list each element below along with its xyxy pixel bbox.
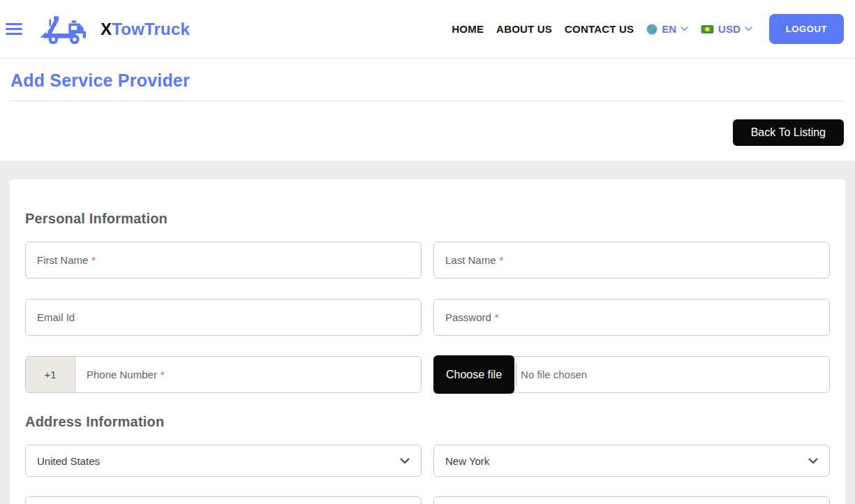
- required-mark: *: [161, 369, 165, 380]
- address-information-heading: Address Information: [25, 415, 830, 429]
- phone-input-group: +1 Phone Number *: [25, 356, 422, 393]
- phone-number-input[interactable]: Phone Number *: [75, 357, 176, 392]
- state-value: New York: [445, 455, 489, 467]
- email-placeholder: Email Id: [37, 311, 75, 323]
- nav-link-contact-us[interactable]: CONTACT US: [565, 23, 634, 35]
- currency-label: USD: [718, 23, 741, 35]
- top-navbar: XTowTruck HOME ABOUT US CONTACT US EN: [0, 0, 855, 59]
- brand-name: XTowTruck: [101, 20, 190, 39]
- title-divider: [10, 101, 845, 101]
- email-input[interactable]: Email Id: [25, 299, 422, 336]
- password-placeholder: Password: [445, 311, 491, 323]
- file-status-text: No file chosen: [521, 369, 587, 380]
- chevron-down-icon: [681, 27, 688, 31]
- phone-placeholder: Phone Number: [87, 369, 157, 380]
- last-name-input[interactable]: Last Name *: [433, 242, 830, 279]
- first-name-input[interactable]: First Name *: [25, 242, 422, 279]
- dollar-banknote-icon: [701, 24, 714, 34]
- page-title: Add Service Provider: [10, 72, 855, 89]
- language-picker[interactable]: EN: [646, 23, 688, 35]
- nav-link-home[interactable]: HOME: [452, 23, 484, 35]
- logout-button[interactable]: LOGOUT: [769, 14, 844, 44]
- address-input-left[interactable]: [25, 496, 422, 504]
- language-label: EN: [662, 23, 676, 35]
- phone-country-code: +1: [26, 357, 75, 392]
- towtruck-logo-icon: [39, 12, 94, 47]
- main-content: Personal Information First Name * Last N…: [0, 161, 855, 504]
- address-input-right[interactable]: [433, 496, 830, 504]
- required-mark: *: [500, 254, 504, 266]
- choose-file-button[interactable]: Choose file: [433, 355, 514, 394]
- country-value: United States: [37, 455, 100, 467]
- navbar-links: HOME ABOUT US CONTACT US EN: [452, 14, 844, 44]
- last-name-placeholder: Last Name: [445, 254, 496, 266]
- page-header-section: Add Service Provider Back To Listing: [0, 59, 855, 161]
- chevron-down-icon: [400, 458, 410, 464]
- country-select[interactable]: United States: [25, 445, 422, 477]
- form-row-region: United States New York: [25, 445, 830, 477]
- form-row-phone-file: +1 Phone Number * Choose file No file ch…: [25, 356, 830, 393]
- password-input[interactable]: Password *: [433, 299, 830, 336]
- required-mark: *: [91, 254, 96, 266]
- form-row-name: First Name * Last Name *: [25, 242, 830, 279]
- file-divider: [516, 363, 516, 387]
- personal-information-heading: Personal Information: [25, 212, 830, 225]
- file-upload-input[interactable]: Choose file No file chosen: [433, 356, 830, 393]
- chevron-down-icon: [808, 458, 818, 464]
- currency-picker[interactable]: USD: [701, 23, 752, 35]
- first-name-placeholder: First Name: [37, 254, 88, 266]
- state-select[interactable]: New York: [433, 445, 830, 477]
- required-mark: *: [495, 311, 499, 323]
- back-to-listing-button[interactable]: Back To Listing: [733, 119, 844, 146]
- chevron-down-icon: [745, 27, 752, 31]
- page-actions: Back To Listing: [0, 119, 855, 146]
- form-row-credentials: Email Id Password *: [25, 299, 830, 336]
- hamburger-menu-icon[interactable]: [6, 20, 24, 38]
- nav-link-about-us[interactable]: ABOUT US: [496, 23, 552, 35]
- brand-logo[interactable]: XTowTruck: [39, 12, 190, 47]
- add-provider-form-card: Personal Information First Name * Last N…: [10, 179, 845, 504]
- form-row-address-partial: [25, 496, 830, 504]
- globe-icon: [646, 24, 657, 35]
